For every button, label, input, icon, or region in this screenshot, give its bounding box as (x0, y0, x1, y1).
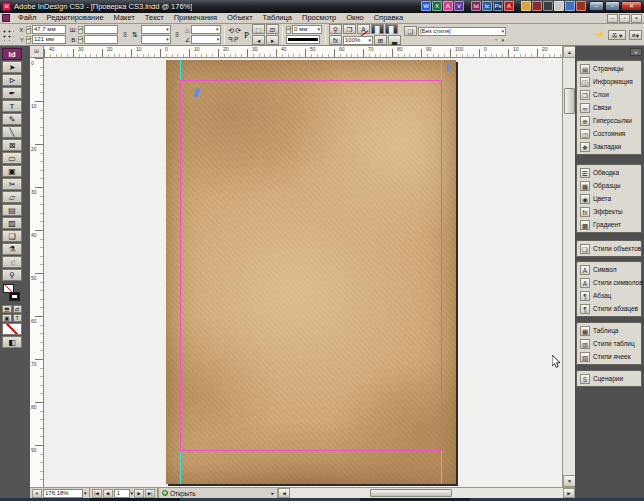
menu-файл[interactable]: Файл (13, 13, 41, 23)
eyedropper-tool[interactable]: ⚗ (2, 243, 22, 255)
menu-просмотр[interactable]: Просмотр (297, 13, 341, 23)
type-tool[interactable]: T (2, 100, 22, 112)
shear-input[interactable] (191, 35, 221, 44)
bridge-camera-icon[interactable]: ✇ ▾ (608, 30, 626, 40)
menu-справка[interactable]: Справка (369, 13, 408, 23)
maximize-button[interactable]: ▫ (605, 1, 620, 11)
fill-swatch[interactable] (3, 284, 14, 293)
preview-thumb-1[interactable]: ▉ (371, 24, 384, 34)
reference-point-proxy[interactable] (2, 29, 14, 41)
previous-page-button[interactable]: ◀ (103, 489, 113, 498)
clear-effects-button[interactable]: A (357, 24, 370, 34)
panel-tab-cell-styles[interactable]: ▧Стили ячеек (577, 350, 641, 363)
pen-tool[interactable]: ✒ (2, 87, 22, 99)
stroke-weight-input[interactable]: 0 мм (292, 25, 322, 34)
select-previous-button[interactable]: ◂ (252, 35, 265, 45)
zoom-tool-button[interactable]: ⚲ (329, 24, 342, 34)
zoom-level-field[interactable]: 176,18% (43, 489, 83, 498)
height-input[interactable] (84, 35, 118, 44)
collapse-dock-button[interactable]: « (630, 48, 642, 56)
constrain-scale-link-icon[interactable]: ∞ (174, 31, 182, 38)
menu-текст[interactable]: Текст (140, 13, 169, 23)
rectangle-frame-tool[interactable]: ⊠ (2, 139, 22, 151)
menu-окно[interactable]: Окно (341, 13, 368, 23)
menu-редактирование[interactable]: Редактирование (41, 13, 108, 23)
doc-restore-button[interactable]: ▫ (619, 14, 630, 23)
scale-y-input[interactable] (141, 35, 171, 44)
hand-tool[interactable]: ☜ (2, 256, 22, 268)
formatting-affects-text-button[interactable]: T (13, 314, 23, 322)
pencil-tool[interactable]: ✎ (2, 113, 22, 125)
scissors-tool[interactable]: ✂ (2, 178, 22, 190)
drop-shadow-button[interactable]: ⊞ (374, 35, 387, 45)
app-4-shortcut-icon[interactable] (554, 1, 564, 11)
line-tool[interactable]: ╲ (2, 126, 22, 138)
select-container-button[interactable]: ⬚ (252, 24, 265, 34)
vertical-ruler[interactable]: 0102030405060708090100 (30, 58, 44, 487)
document-status[interactable]: Открыть ▸ (158, 488, 278, 499)
button-tool[interactable]: ▣ (2, 165, 22, 177)
stroke-swatch[interactable] (9, 292, 20, 301)
text-wrap-button[interactable]: ▃ (388, 35, 401, 45)
panel-tab-paragraph[interactable]: ¶Абзац (577, 289, 641, 302)
zoom-tool[interactable]: ⚲ (2, 269, 22, 281)
scale-x-input[interactable] (141, 25, 171, 34)
panel-tab-links[interactable]: ∞Связи (577, 101, 641, 114)
panel-tab-layers[interactable]: ❐Слои (577, 88, 641, 101)
menu-объект[interactable]: Объект (222, 13, 258, 23)
panel-tab-stroke[interactable]: ☰Обводка (577, 166, 641, 179)
stroke-weight-spinner[interactable]: ▴▾ (286, 26, 291, 34)
menu-примечания[interactable]: Примечания (169, 13, 222, 23)
next-page-button[interactable]: ▶ (134, 489, 144, 498)
note-tool[interactable]: ❏ (2, 230, 22, 242)
panel-tab-object-styles[interactable]: ❏Стили объектов (577, 242, 641, 255)
menu-макет[interactable]: Макет (109, 13, 140, 23)
rotate-input[interactable] (191, 25, 221, 34)
acrobat-shortcut-icon[interactable]: A (504, 1, 514, 11)
scroll-left-arrow[interactable]: ◀ (278, 488, 290, 498)
minimize-button[interactable]: – (589, 1, 604, 11)
rectangle-tool[interactable]: ▭ (2, 152, 22, 164)
apply-none-button[interactable] (2, 323, 22, 335)
flip-vertical-button[interactable]: P (234, 36, 239, 43)
stroke-type-dropdown[interactable] (286, 35, 320, 44)
last-page-button[interactable]: ▶| (145, 489, 155, 498)
control-panel-menu-icon[interactable]: ≡▾ (629, 30, 642, 40)
effects-fx-button[interactable]: fx (329, 35, 342, 45)
panel-tab-pages[interactable]: ▤Страницы (577, 62, 641, 75)
vertical-scroll-thumb[interactable] (564, 88, 575, 114)
panel-tab-swatches[interactable]: ▦Образцы (577, 179, 641, 192)
style-override-icon-1[interactable]: ◔ (494, 37, 498, 43)
gradient-tool[interactable]: ▤ (2, 204, 22, 216)
constrain-size-link-icon[interactable]: ∞ (121, 31, 129, 38)
panel-tab-paragraph-styles[interactable]: ¶Стили абзацев (577, 302, 641, 315)
gradient-feather-tool[interactable]: ▨ (2, 217, 22, 229)
horizontal-ruler[interactable]: 40302010010203040506070809010001020 (44, 46, 562, 58)
panel-tab-hyperlinks[interactable]: ⊕Гиперссылки (577, 114, 641, 127)
first-page-button[interactable]: |◀ (92, 489, 102, 498)
panel-tab-info[interactable]: ⓘИнформация (577, 75, 641, 88)
quick-apply-lightning-icon[interactable]: ⚡ (595, 30, 605, 39)
swap-fill-stroke-button[interactable]: ⇄ (13, 305, 23, 313)
panel-tab-character-styles[interactable]: AСтили символов (577, 276, 641, 289)
width-input[interactable] (84, 25, 118, 34)
menu-таблица[interactable]: Таблица (258, 13, 297, 23)
horizontal-scrollbar[interactable]: ◀ ▶ (278, 488, 575, 499)
selection-tool[interactable]: ➤ (2, 61, 22, 73)
style-override-icon-2[interactable]: ◑ (500, 37, 504, 43)
scroll-right-arrow[interactable]: ▶ (563, 488, 575, 498)
visio-shortcut-icon[interactable]: V (454, 1, 464, 11)
rotate-ccw-button[interactable]: ⟲ (228, 27, 234, 35)
close-button[interactable]: ✕ (621, 1, 642, 11)
height-spinner[interactable]: ▴▾ (78, 36, 83, 44)
x-spinner[interactable]: ▴▾ (26, 26, 31, 34)
app-2-shortcut-icon[interactable] (532, 1, 542, 11)
width-spinner[interactable]: ▴▾ (78, 26, 83, 34)
app-1-shortcut-icon[interactable] (521, 1, 531, 11)
page-number-field[interactable]: 1 (114, 489, 130, 498)
zoom-dropdown-arrow-icon[interactable]: ▾ (84, 490, 87, 496)
panel-tab-table-styles[interactable]: ▥Стили таблиц (577, 337, 641, 350)
default-fill-stroke-button[interactable]: ⬒ (2, 305, 12, 313)
panel-tab-bookmarks[interactable]: ❖Закладки (577, 140, 641, 153)
page-dropdown-arrow-icon[interactable]: ▾ (131, 490, 134, 496)
